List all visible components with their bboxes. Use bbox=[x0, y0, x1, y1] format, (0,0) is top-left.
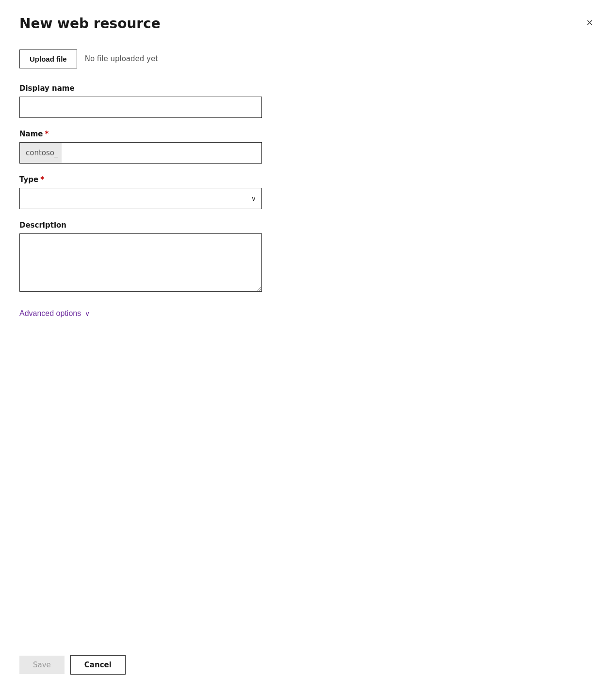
type-select-wrapper: ∨ bbox=[19, 188, 262, 209]
description-label: Description bbox=[19, 221, 597, 230]
dialog-title: New web resource bbox=[19, 16, 161, 32]
name-group: Name* contoso_ bbox=[19, 130, 597, 164]
advanced-options-button[interactable]: Advanced options ∨ bbox=[19, 309, 597, 318]
type-label: Type* bbox=[19, 175, 597, 184]
new-web-resource-dialog: New web resource × Upload file No file u… bbox=[0, 0, 616, 694]
display-name-label: Display name bbox=[19, 84, 597, 93]
upload-status: No file uploaded yet bbox=[85, 54, 158, 63]
type-group: Type* ∨ bbox=[19, 175, 597, 209]
name-label: Name* bbox=[19, 130, 597, 138]
save-button[interactable]: Save bbox=[19, 656, 65, 674]
dialog-header: New web resource × bbox=[19, 16, 597, 32]
advanced-options-chevron-icon: ∨ bbox=[85, 310, 90, 317]
name-required-marker: * bbox=[45, 130, 49, 138]
display-name-group: Display name bbox=[19, 84, 597, 118]
advanced-options-label: Advanced options bbox=[19, 309, 81, 318]
dialog-footer: Save Cancel bbox=[19, 655, 126, 675]
type-required-marker: * bbox=[40, 175, 44, 184]
name-input-wrapper: contoso_ bbox=[19, 142, 262, 164]
description-textarea[interactable] bbox=[19, 233, 262, 292]
name-input[interactable] bbox=[19, 142, 262, 164]
description-group: Description bbox=[19, 221, 597, 294]
display-name-input[interactable] bbox=[19, 97, 262, 118]
upload-section: Upload file No file uploaded yet bbox=[19, 50, 597, 68]
cancel-button[interactable]: Cancel bbox=[70, 655, 126, 675]
close-button[interactable]: × bbox=[583, 16, 597, 30]
type-select[interactable] bbox=[19, 188, 262, 209]
upload-file-button[interactable]: Upload file bbox=[19, 50, 77, 68]
